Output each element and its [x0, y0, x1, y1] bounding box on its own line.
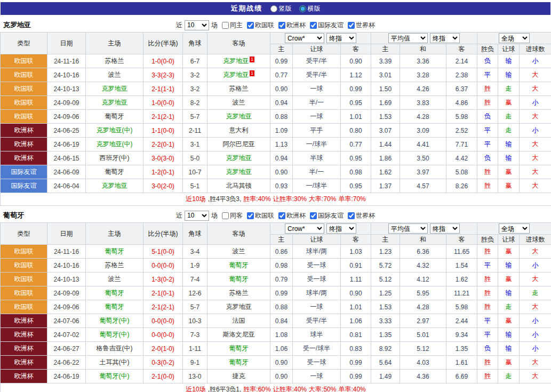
odds-source-select[interactable]: Crow*	[285, 223, 324, 234]
win-draw-loss-result: 胜	[477, 179, 498, 193]
odds-source-select[interactable]: 平均值	[388, 223, 428, 234]
home-team-name: 苏格兰	[105, 57, 124, 65]
odds-source-select[interactable]: 终指	[326, 223, 356, 234]
odds-source-select[interactable]: Crow*	[285, 33, 324, 43]
away-team-name: 北马其顿	[226, 182, 252, 189]
handicap-line: 一球	[293, 82, 341, 96]
sub-column-header: 主	[371, 235, 400, 245]
column-header: 客场	[207, 33, 270, 54]
handicap-line: 一/球半	[293, 179, 341, 193]
recent-count-select[interactable]: 10	[185, 20, 209, 30]
competition-checkbox[interactable]	[348, 212, 355, 219]
win-draw-loss-result: 胜	[477, 370, 498, 383]
odds-source-select[interactable]: 全场	[499, 223, 530, 234]
odds-source-select[interactable]: 终指	[326, 33, 356, 43]
avg-odds-value: 1.61	[446, 356, 477, 370]
odds-value: 0.95	[341, 96, 371, 110]
column-header: 角球	[183, 223, 207, 245]
home-team-name: 葡萄牙	[105, 113, 124, 120]
same-venue-filter[interactable]: 同客	[220, 211, 243, 220]
handicap-line: 一球	[293, 370, 341, 383]
odds-value: 0.98	[270, 259, 293, 273]
same-venue-filter[interactable]: 同主	[220, 21, 243, 30]
layout-vertical-radio[interactable]	[270, 5, 277, 12]
away-team-name: 克罗地亚	[226, 113, 252, 120]
competition-label: 世界杯	[356, 211, 375, 220]
avg-odds-value: 2.52	[446, 124, 477, 138]
odds-source-select[interactable]: 终指	[430, 223, 460, 234]
odds-source-select[interactable]: 平均值	[388, 33, 428, 43]
odds-value: 0.91	[341, 259, 371, 273]
home-team-name: 克罗地亚(中)	[97, 126, 133, 134]
column-header: 主场	[86, 223, 143, 245]
odds-value: 0.90	[270, 165, 293, 179]
handicap-result: 走	[498, 110, 520, 124]
odds-source-select[interactable]: 全场	[499, 33, 530, 43]
competition-type: 国际友谊	[1, 179, 47, 193]
competition-filter[interactable]: 欧国联	[245, 211, 274, 220]
home-team-name: 葡萄牙(中)	[100, 331, 130, 338]
away-team: 北马其顿	[207, 179, 270, 193]
summary-segment: 大率:50%	[309, 386, 336, 392]
goals-result: 大	[520, 82, 551, 96]
handicap-line: 球半	[293, 328, 341, 342]
match-row: 欧国联24-10-13克罗地亚2-1(1-1)3-2苏格兰0.90一球0.991…	[1, 82, 551, 96]
home-team: 克罗地亚(中)	[86, 124, 143, 138]
competition-type: 欧洲杯	[1, 138, 47, 151]
match-score: 2-1(2-1)	[143, 300, 183, 314]
layout-option-horizontal[interactable]: 横版	[299, 4, 321, 13]
win-draw-loss-result: 胜	[477, 82, 498, 96]
match-date: 24-07-06	[47, 314, 86, 328]
avg-odds-value: 1.86	[371, 151, 400, 165]
competition-checkbox[interactable]	[247, 212, 254, 219]
away-team-name: 苏格兰	[229, 85, 249, 92]
competition-filter[interactable]: 欧洲杯	[276, 211, 306, 220]
match-date: 24-06-27	[47, 342, 86, 356]
competition-checkbox[interactable]	[247, 22, 254, 29]
competition-checkbox[interactable]	[310, 22, 317, 29]
handicap-line: 受一球	[293, 259, 341, 273]
home-team-name: 苏格兰	[105, 261, 124, 269]
corner-score: 5-1	[183, 179, 207, 193]
win-draw-loss-result: 平	[477, 68, 498, 82]
corner-score: 7-4	[183, 273, 207, 286]
matches-label: 场	[211, 21, 218, 30]
competition-checkbox[interactable]	[278, 22, 285, 29]
competition-checkbox[interactable]	[278, 212, 285, 219]
handicap-result: 输	[498, 328, 520, 342]
away-team: 克罗地亚	[207, 110, 270, 124]
odds-value: 0.84	[270, 314, 293, 328]
home-team: 葡萄牙	[86, 286, 143, 300]
same-venue-checkbox[interactable]	[222, 22, 229, 29]
competition-filter[interactable]: 世界杯	[346, 21, 375, 30]
competition-filter[interactable]: 欧洲杯	[276, 21, 306, 30]
handicap-result: 输	[498, 68, 520, 82]
competition-filter[interactable]: 欧国联	[245, 21, 274, 30]
match-score: 2-1(0-0)	[143, 370, 183, 383]
same-venue-checkbox[interactable]	[222, 212, 229, 219]
column-header: 比分(半场)	[143, 223, 183, 245]
sub-column-header: 客	[341, 44, 371, 54]
handicap-line: 一/球半	[293, 138, 341, 151]
win-draw-loss-result: 平	[477, 124, 498, 138]
competition-filter[interactable]: 国际友谊	[308, 211, 344, 220]
competition-type: 欧洲杯	[1, 342, 47, 356]
match-date: 24-10-13	[47, 273, 86, 286]
match-score: 1-1(0-0)	[143, 124, 183, 138]
layout-option-vertical[interactable]: 竖版	[270, 4, 292, 13]
competition-checkbox[interactable]	[348, 22, 355, 29]
odds-source-select[interactable]: 终指	[430, 33, 460, 43]
competition-checkbox[interactable]	[310, 212, 317, 219]
goals-result: 大	[520, 273, 551, 286]
avg-odds-value: 4.28	[400, 300, 446, 314]
avg-odds-value: 1.62	[446, 273, 477, 286]
recent-count-select[interactable]: 10	[185, 211, 209, 221]
home-team-name: 西班牙(中)	[100, 154, 130, 162]
handicap-result: 赢	[498, 165, 520, 179]
layout-horizontal-radio[interactable]	[299, 5, 306, 12]
odds-value: 1.03	[341, 245, 371, 259]
competition-filter[interactable]: 世界杯	[346, 211, 375, 220]
competition-filter[interactable]: 国际友谊	[308, 21, 344, 30]
goals-result: 小	[520, 96, 551, 110]
match-date: 24-06-19	[47, 370, 86, 383]
